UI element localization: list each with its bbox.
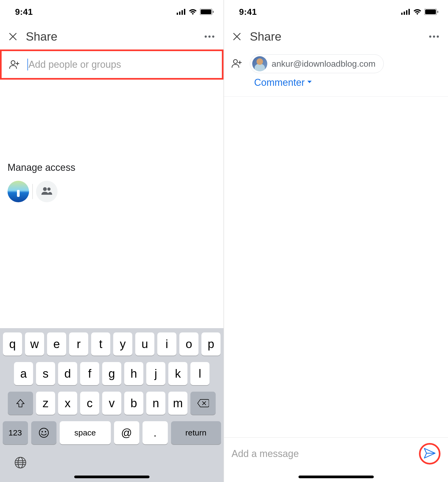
svg-rect-1: [179, 12, 180, 15]
svg-rect-3: [184, 9, 185, 15]
caret-down-icon: [307, 80, 312, 85]
message-input[interactable]: [232, 448, 415, 459]
battery-icon: [200, 9, 214, 15]
status-icons: [401, 9, 438, 15]
svg-point-10: [39, 428, 48, 437]
at-key[interactable]: @: [114, 421, 139, 444]
add-people-input[interactable]: [29, 59, 214, 70]
add-person-icon: [9, 59, 20, 70]
add-person-icon: [232, 58, 242, 69]
key-d[interactable]: d: [58, 362, 77, 385]
battery-icon: [424, 9, 438, 15]
status-icons: [177, 9, 214, 15]
close-button[interactable]: [232, 31, 242, 42]
numbers-key[interactable]: 123: [3, 421, 28, 444]
key-a[interactable]: a: [14, 362, 33, 385]
svg-rect-18: [408, 9, 410, 15]
svg-point-9: [47, 187, 51, 191]
status-bar: 9:41: [224, 0, 448, 24]
home-indicator: [298, 476, 374, 478]
svg-rect-20: [425, 9, 436, 14]
space-key[interactable]: space: [60, 421, 111, 444]
svg-point-11: [41, 431, 43, 433]
svg-point-12: [45, 431, 46, 433]
svg-point-8: [43, 187, 47, 191]
globe-icon[interactable]: [14, 456, 27, 470]
key-n[interactable]: n: [146, 392, 165, 415]
access-avatars: [8, 181, 216, 202]
key-b[interactable]: b: [124, 392, 143, 415]
key-y[interactable]: y: [113, 332, 132, 356]
key-e[interactable]: e: [47, 332, 66, 356]
recipient-email: ankur@idownloadblog.com: [272, 59, 375, 69]
header-title: Share: [26, 30, 195, 43]
send-button[interactable]: [419, 443, 440, 465]
kb-row-3: zxcvbnm: [2, 392, 221, 415]
key-t[interactable]: t: [91, 332, 110, 356]
backspace-key[interactable]: [190, 392, 216, 415]
key-u[interactable]: u: [135, 332, 154, 356]
avatar-divider: [32, 184, 33, 199]
key-m[interactable]: m: [168, 392, 187, 415]
key-i[interactable]: i: [157, 332, 176, 356]
shift-key[interactable]: [8, 392, 33, 415]
owner-avatar[interactable]: [8, 181, 29, 202]
kb-row-4: 123 space @ . return: [2, 421, 221, 444]
role-dropdown[interactable]: Commenter: [254, 77, 305, 88]
key-c[interactable]: c: [80, 392, 99, 415]
svg-rect-21: [437, 11, 438, 13]
recipient-avatar: [252, 56, 267, 71]
more-options-button[interactable]: [428, 30, 440, 43]
wifi-icon: [413, 9, 422, 15]
kb-row-2: asdfghjkl: [2, 362, 221, 385]
status-time: 9:41: [239, 7, 257, 17]
period-key[interactable]: .: [143, 421, 168, 444]
svg-point-22: [233, 59, 237, 63]
key-o[interactable]: o: [179, 332, 198, 356]
recipients-row: ankur@idownloadblog.com: [224, 49, 448, 73]
ios-keyboard: qwertyuiop asdfghjkl zxcvbnm 123 space @…: [0, 328, 223, 482]
group-avatar[interactable]: [36, 181, 58, 202]
svg-point-7: [11, 61, 15, 65]
key-z[interactable]: z: [36, 392, 55, 415]
phone-right: 9:41 Share ankur@idownloadblog.com: [224, 0, 448, 482]
key-l[interactable]: l: [190, 362, 209, 385]
svg-rect-0: [177, 13, 178, 15]
key-s[interactable]: s: [36, 362, 55, 385]
close-button[interactable]: [8, 31, 18, 42]
send-icon: [424, 448, 436, 460]
key-h[interactable]: h: [124, 362, 143, 385]
key-f[interactable]: f: [80, 362, 99, 385]
recipient-chip[interactable]: ankur@idownloadblog.com: [250, 54, 384, 73]
key-p[interactable]: p: [201, 332, 221, 356]
key-q[interactable]: q: [3, 332, 22, 356]
manage-access-title: Manage access: [8, 162, 216, 173]
more-options-button[interactable]: [203, 30, 216, 43]
key-w[interactable]: w: [25, 332, 44, 356]
svg-rect-17: [406, 10, 407, 15]
key-g[interactable]: g: [102, 362, 121, 385]
key-r[interactable]: r: [69, 332, 88, 356]
message-bar: [224, 437, 448, 470]
add-people-row: [0, 49, 223, 80]
text-cursor: [27, 59, 28, 70]
cellular-signal-icon: [401, 9, 410, 15]
key-v[interactable]: v: [102, 392, 121, 415]
wifi-icon: [189, 9, 197, 15]
section-divider: [224, 96, 448, 97]
emoji-key[interactable]: [31, 421, 56, 444]
status-bar: 9:41: [0, 0, 223, 24]
key-k[interactable]: k: [168, 362, 187, 385]
key-x[interactable]: x: [58, 392, 77, 415]
svg-rect-5: [201, 9, 211, 14]
svg-rect-2: [182, 10, 183, 15]
key-j[interactable]: j: [146, 362, 165, 385]
kb-bottom-row: [2, 451, 221, 470]
share-header: Share: [0, 24, 223, 49]
header-title: Share: [250, 30, 420, 43]
cellular-signal-icon: [177, 9, 186, 15]
return-key[interactable]: return: [171, 421, 221, 444]
svg-rect-6: [213, 11, 214, 13]
kb-row-1: qwertyuiop: [2, 332, 221, 356]
manage-access-section: Manage access: [0, 162, 223, 202]
